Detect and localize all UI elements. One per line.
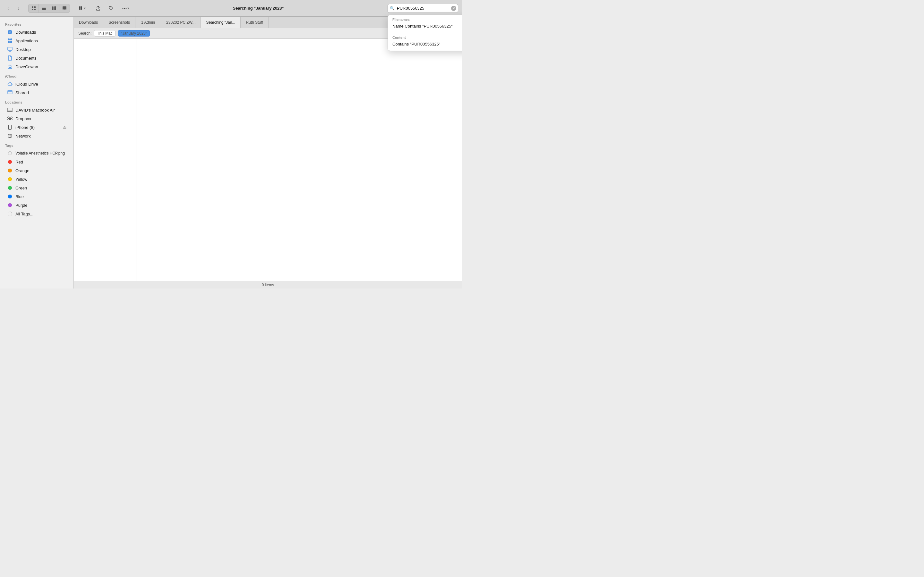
sidebar-item-downloads[interactable]: Downloads (2, 28, 71, 36)
search-clear-button[interactable]: ✕ (451, 6, 456, 11)
window-title: Searching "January 2023" (218, 6, 299, 11)
svg-rect-31 (8, 108, 12, 111)
nav-buttons: ‹ › (4, 4, 23, 13)
query-pill[interactable]: "January 2023" (118, 30, 150, 37)
main-area: Favorites Downloads Applicatio (0, 17, 462, 288)
dropdown-content-item[interactable]: Contains "PUR00556325" (393, 41, 462, 47)
forward-button[interactable]: › (14, 4, 23, 13)
red-tag-label: Red (15, 160, 23, 164)
view-gallery-button[interactable] (59, 4, 69, 13)
view-columns-button[interactable] (49, 4, 59, 13)
tag-icon (108, 6, 113, 11)
sidebar-item-documents[interactable]: Documents (2, 54, 71, 62)
svg-rect-24 (10, 39, 12, 40)
content-divider (136, 39, 136, 281)
network-icon (7, 133, 13, 139)
back-button[interactable]: ‹ (4, 4, 13, 13)
volatile-tag-icon (7, 150, 13, 156)
action-group-controls: ▾ (74, 4, 90, 13)
tab-downloads[interactable]: Downloads (74, 17, 103, 28)
sidebar-item-dropbox[interactable]: Dropbox (2, 114, 71, 123)
yellow-tag-label: Yellow (15, 177, 27, 182)
search-input[interactable] (388, 4, 458, 13)
tab-1admin[interactable]: 1 Admin (136, 17, 161, 28)
svg-point-21 (126, 8, 126, 9)
orange-tag-icon (7, 168, 13, 173)
sidebar-item-yellow-tag[interactable]: Yellow (2, 175, 71, 183)
green-tag-icon (7, 185, 13, 191)
tag-button[interactable] (106, 4, 116, 13)
sidebar-item-applications[interactable]: Applications (2, 37, 71, 45)
tab-screenshots[interactable]: Screenshots (103, 17, 136, 28)
share-button[interactable] (93, 4, 103, 13)
content-empty-area (74, 39, 462, 281)
documents-icon (7, 55, 13, 61)
dropdown-filenames-section: Filenames Name Contains "PUR00556325" (388, 15, 462, 33)
svg-point-19 (122, 8, 123, 9)
purple-tag-label: Purple (15, 203, 27, 208)
shared-icon (7, 90, 13, 95)
tab-ruth-stuff[interactable]: Ruth Stuff (241, 17, 268, 28)
sidebar: Favorites Downloads Applicatio (0, 17, 74, 288)
svg-rect-1 (34, 6, 36, 8)
orange-tag-label: Orange (15, 168, 29, 173)
svg-rect-7 (52, 6, 53, 10)
sidebar-item-icloud-drive[interactable]: iCloud Drive (2, 80, 71, 88)
sidebar-tags-label: Tags (0, 140, 73, 149)
more-button[interactable]: ▾ (119, 4, 132, 13)
sidebar-icloud-label: iCloud (0, 71, 73, 79)
svg-rect-23 (8, 39, 10, 40)
this-mac-pill[interactable]: This Mac (94, 30, 115, 37)
sidebar-item-macbook[interactable]: DAVID's Macbook Air (2, 106, 71, 114)
sidebar-item-desktop[interactable]: Desktop (2, 45, 71, 53)
svg-rect-28 (9, 67, 10, 68)
sidebar-item-network[interactable]: Network (2, 132, 71, 140)
macbook-label: DAVID's Macbook Air (15, 108, 55, 113)
toolbar: ‹ › (0, 0, 462, 17)
view-list-button[interactable] (39, 4, 49, 13)
sidebar-item-shared[interactable]: Shared (2, 89, 71, 97)
icloud-drive-icon (7, 81, 13, 87)
icloud-drive-label: iCloud Drive (15, 82, 38, 87)
svg-rect-25 (8, 41, 10, 43)
red-tag-icon (7, 159, 13, 165)
tab-230202[interactable]: 230202 PC ZW... (161, 17, 201, 28)
sidebar-item-iphone[interactable]: iPhone (8) ⏏ (2, 123, 71, 131)
sidebar-item-davecowan[interactable]: DaveCowan (2, 63, 71, 71)
sidebar-item-all-tags[interactable]: All Tags... (2, 210, 71, 218)
svg-rect-12 (64, 9, 65, 10)
iphone-icon (7, 124, 13, 130)
dropdown-filenames-item[interactable]: Name Contains "PUR00556325" (393, 23, 462, 29)
svg-rect-11 (63, 9, 64, 10)
action-menu-button[interactable]: ▾ (74, 4, 90, 13)
iphone-label: iPhone (8) (15, 125, 35, 130)
view-icon-button[interactable] (29, 4, 39, 13)
content-area: Downloads Screenshots 1 Admin 230202 PC … (74, 17, 462, 288)
svg-rect-30 (8, 90, 12, 94)
sidebar-item-volatile-tag[interactable]: Volatile Anesthetics HCP.png (2, 149, 71, 157)
applications-icon (7, 38, 13, 44)
downloads-icon (7, 29, 13, 35)
share-icon (95, 6, 101, 11)
sidebar-item-red-tag[interactable]: Red (2, 158, 71, 166)
green-tag-label: Green (15, 185, 27, 190)
tab-searching[interactable]: Searching "Jan... (201, 17, 241, 28)
dropbox-label: Dropbox (15, 116, 31, 121)
sidebar-item-green-tag[interactable]: Green (2, 184, 71, 192)
svg-rect-8 (53, 6, 55, 10)
svg-rect-26 (10, 41, 12, 43)
sidebar-item-orange-tag[interactable]: Orange (2, 166, 71, 175)
applications-label: Applications (15, 39, 38, 43)
svg-rect-10 (63, 6, 66, 9)
iphone-eject-badge[interactable]: ⏏ (63, 125, 66, 129)
view-switcher (28, 4, 70, 13)
sidebar-item-purple-tag[interactable]: Purple (2, 201, 71, 210)
sidebar-item-blue-tag[interactable]: Blue (2, 192, 71, 201)
svg-rect-15 (81, 6, 82, 8)
svg-rect-4 (42, 7, 46, 7)
dropdown-content-section: Content Contains "PUR00556325" (388, 33, 462, 51)
purple-tag-icon (7, 202, 13, 208)
svg-rect-2 (32, 9, 33, 10)
svg-rect-29 (10, 67, 11, 68)
svg-rect-5 (42, 8, 46, 9)
